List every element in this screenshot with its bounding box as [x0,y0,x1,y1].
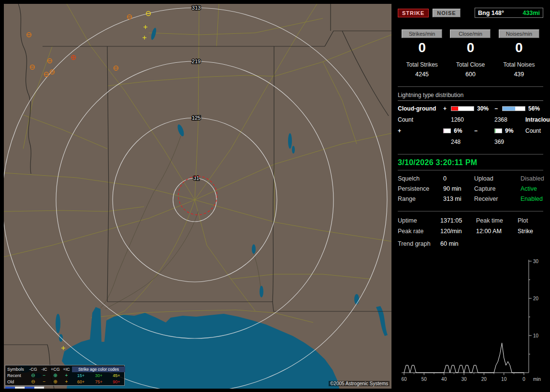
persistence-label: Persistence [398,185,443,192]
age-90: 90+ [108,379,125,384]
svg-text:60: 60 [401,377,407,382]
upload-status: Disabled [521,175,544,182]
svg-text:30: 30 [533,259,539,264]
svg-text:10: 10 [501,377,507,382]
age-45: 45+ [108,373,125,378]
noises-per-min-button[interactable]: Noises/min [499,29,539,38]
old-cg-pos-icon: ⊕ [50,379,61,384]
recent-cg-pos-icon: ⊕ [50,373,61,378]
legend-col-ic-neg: -IC [39,367,50,372]
plus-sign: + [443,105,451,112]
legend-row-old: Old [6,379,28,384]
totals-section: Total Strikes 4245 Total Close 600 Total… [398,61,543,78]
map-scale-bar [5,386,44,389]
old-ic-pos-icon: + [61,379,72,384]
bearing-distance: 433mi [523,10,540,16]
ic-positive-pct: 6% [451,127,474,134]
ic-positive-bar [443,128,451,133]
map-canvas: 31321912531 [4,4,391,389]
total-close-label: Total Close [446,61,494,68]
strike-legend: Symbols -CG -IC +CG +IC Strike age color… [5,365,125,386]
legend-row-recent: Recent [6,373,28,378]
persistence-value: 90 min [443,185,474,192]
range-label: Range [398,196,443,202]
peak-time-value: 12:00 AM [476,228,518,235]
svg-text:313: 313 [192,5,201,11]
total-noises-label: Total Noises [495,61,543,68]
capture-label: Capture [474,185,521,192]
plot-label: Plot [518,217,543,224]
recent-ic-neg-icon: − [39,373,50,378]
svg-text:min: min [533,377,541,382]
recent-cg-neg-icon: ⊖ [28,373,39,378]
noises-per-min-value: 0 [495,40,543,56]
ic-negative-pct: 9% [502,127,525,134]
bearing-label: Bng 148° [478,10,504,16]
divider [398,211,543,211]
trend-graph-label: Trend graph [398,240,440,247]
lightning-map[interactable]: 31321912531 Symbols -CG -IC +CG +IC Stri… [4,4,391,389]
plot-value: Strike [518,228,543,235]
svg-text:219: 219 [192,58,201,64]
ic-negative-count: 369 [494,139,525,145]
trend-chart: 1020306050403020100min [397,257,547,387]
strike-toggle-button[interactable]: STRIKE [398,9,429,17]
rates-section: Strikes/min 0 Close/min 0 Noises/min 0 [398,29,543,56]
total-strikes-label: Total Strikes [398,61,446,68]
trend-graph-row: Trend graph 60 min [398,240,543,247]
stats-section: Uptime 1371:05 Peak time Plot Peak rate … [398,217,543,235]
distribution-table: Cloud-ground + 30% − 56% Count 1260 2368… [398,105,543,145]
squelch-value: 0 [443,175,474,182]
total-noises-value: 439 [495,71,543,78]
divider [398,86,543,87]
receiver-label: Receiver [474,196,521,202]
minus-sign: − [474,127,494,134]
legend-col-cg-neg: -CG [28,367,39,372]
old-cg-neg-icon: ⊖ [28,379,39,384]
peak-rate-label: Peak rate [398,228,440,235]
svg-text:125: 125 [192,115,201,121]
plus-sign: + [398,127,443,134]
svg-text:50: 50 [421,377,427,382]
cg-positive-bar [451,106,474,111]
total-close-value: 600 [446,71,494,78]
uptime-label: Uptime [398,217,440,224]
upload-label: Upload [474,175,521,182]
total-strikes-value: 4245 [398,71,446,78]
svg-text:30: 30 [461,377,467,382]
squelch-label: Squelch [398,175,443,182]
strikes-per-min-value: 0 [398,40,446,56]
copyright-text: ©2005 Astrogenic Systems [329,381,390,386]
datetime-display: 3/10/2026 3:20:11 PM [398,158,543,167]
cloud-ground-label: Cloud-ground [398,105,443,112]
mode-row: STRIKE NOISE Bng 148° 433mi [398,8,543,18]
distribution-title: Lightning type distribution [398,91,543,101]
status-panel: STRIKE NOISE Bng 148° 433mi Strikes/min … [394,4,547,389]
cg-negative-bar [502,106,525,111]
divider [398,170,543,170]
trend-graph-value: 60 min [440,240,543,247]
age-60: 60+ [72,379,90,384]
noise-toggle-button[interactable]: NOISE [433,9,460,17]
recent-ic-pos-icon: + [61,373,72,378]
range-value: 313 mi [443,196,474,202]
svg-text:20: 20 [481,377,487,382]
age-15: 15+ [72,373,90,378]
cg-positive-pct: 30% [474,105,494,112]
svg-text:40: 40 [441,377,447,382]
peak-rate-value: 120/min [440,228,476,235]
cg-count-label: Count [398,116,443,123]
divider [398,154,543,154]
uptime-value: 1371:05 [440,217,476,224]
strikes-per-min-button[interactable]: Strikes/min [402,29,442,38]
ic-count-label: Count [525,127,550,134]
legend-col-cg-pos: +CG [50,367,61,372]
close-per-min-button[interactable]: Close/min [450,29,491,38]
minus-sign: − [494,105,502,112]
age-75: 75+ [90,379,108,384]
intracloud-label: Intracloud [525,116,550,123]
svg-text:0: 0 [522,377,525,382]
age-30: 30+ [90,373,108,378]
peak-time-label: Peak time [476,217,518,224]
svg-text:20: 20 [533,296,539,301]
